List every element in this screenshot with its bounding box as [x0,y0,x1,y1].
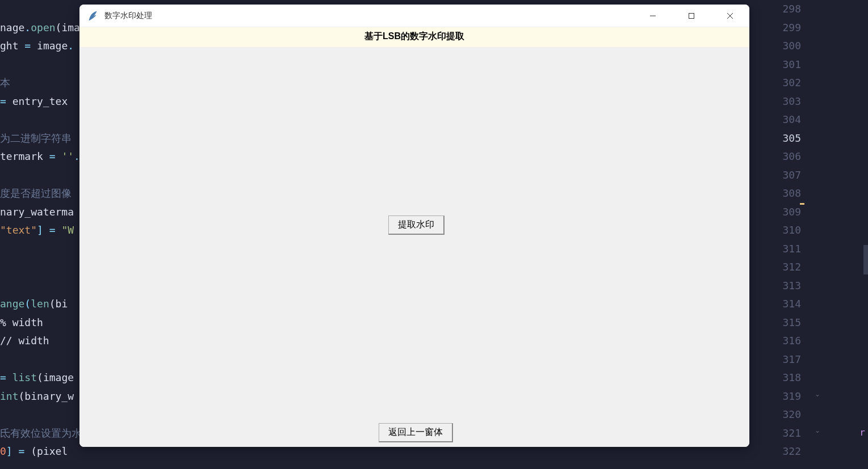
line-number: 312 [749,258,801,277]
back-button[interactable]: 返回上一窗体 [379,423,453,442]
close-button[interactable] [711,5,749,27]
line-number: 315 [749,314,801,332]
line-number: 316 [749,332,801,350]
maximize-button[interactable] [672,5,711,27]
fold-gutter: ⌄ ⌄ [806,0,823,469]
maximize-icon [689,13,694,19]
window-title: 数字水印处理 [104,11,634,21]
header-label: 基于LSB的数字水印提取 [79,27,749,47]
window-controls [634,5,749,27]
minimap-char: r [859,427,865,438]
line-number: 317 [749,350,801,369]
line-number: 311 [749,240,801,259]
line-number: 301 [749,56,801,74]
line-number: 322 [749,442,801,461]
extract-watermark-button[interactable]: 提取水印 [388,216,445,235]
line-number: 313 [749,277,801,295]
window-titlebar[interactable]: 数字水印处理 [79,5,749,27]
line-number: 309 [749,203,801,222]
line-number: 318 [749,369,801,387]
minimize-button[interactable] [634,5,672,27]
line-number: 308 [749,184,801,203]
line-number: 305 [749,129,801,148]
close-icon [727,13,733,19]
svg-rect-1 [689,13,694,18]
line-number: 319 [749,387,801,406]
tkinter-window: 数字水印处理 基于LSB的数字水印提取 提取水印 返回上一窗体 [79,5,749,447]
line-number: 307 [749,166,801,185]
line-number: 321 [749,424,801,443]
line-number: 299 [749,19,801,37]
line-number: 303 [749,92,801,111]
line-number: 300 [749,37,801,56]
line-number: 314 [749,295,801,314]
minimap-viewport[interactable] [863,245,868,274]
minimize-icon [650,13,656,19]
line-number: 304 [749,111,801,129]
line-number: 298 [749,0,801,19]
window-body: 提取水印 返回上一窗体 [79,47,749,447]
line-number: 320 [749,405,801,424]
line-number-gutter: 2982993003013023033043053063073083093103… [749,0,806,469]
line-number: 302 [749,74,801,92]
line-number: 310 [749,221,801,240]
code-editor-background-right: 2982993003013023033043053063073083093103… [749,0,868,469]
tkinter-feather-icon [87,10,99,22]
minimap[interactable]: r [823,0,868,469]
line-number: 306 [749,147,801,166]
